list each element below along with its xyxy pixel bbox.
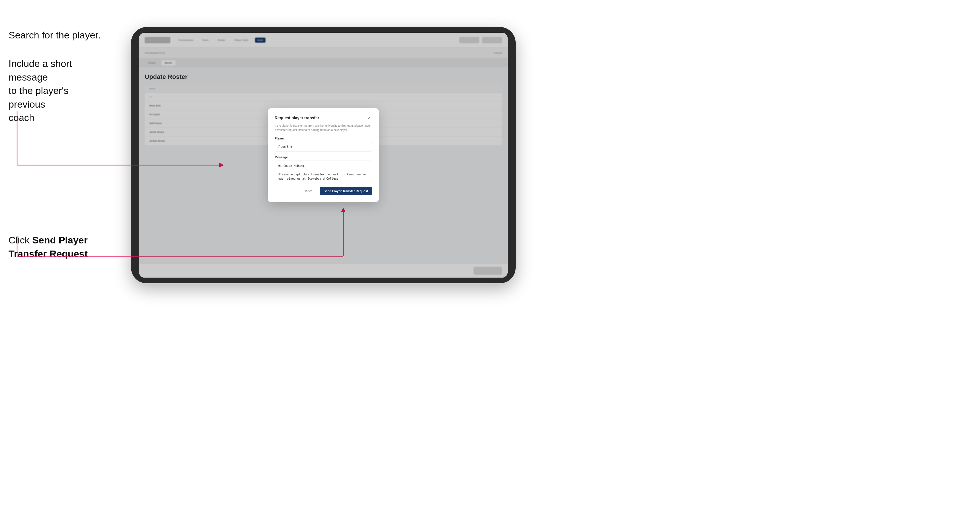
- tablet-screen: Tournaments Team Roster Player Stats Mor…: [139, 33, 508, 278]
- send-transfer-button[interactable]: Send Player Transfer Request: [320, 187, 372, 195]
- cancel-button[interactable]: Cancel: [300, 187, 317, 195]
- annotation-search: Search for the player.: [8, 29, 100, 42]
- player-label: Player: [275, 137, 372, 140]
- player-input[interactable]: [275, 142, 372, 151]
- annotation-message: Include a short messageto the player's p…: [8, 57, 105, 125]
- annotation-click: Click Send PlayerTransfer Request: [8, 233, 100, 260]
- tablet-device: Tournaments Team Roster Player Stats Mor…: [131, 27, 515, 283]
- modal-dialog: Request player transfer × If the player …: [268, 108, 379, 202]
- modal-description: If the player is transferring from anoth…: [275, 124, 372, 132]
- message-textarea[interactable]: Hi Coach McHarg, Please accept this tran…: [275, 160, 372, 181]
- modal-header: Request player transfer ×: [275, 115, 372, 121]
- modal-overlay: Request player transfer × If the player …: [139, 33, 508, 278]
- message-label: Message: [275, 156, 372, 159]
- close-icon[interactable]: ×: [366, 115, 372, 121]
- modal-title: Request player transfer: [275, 116, 319, 120]
- annotation-click-bold: Send PlayerTransfer Request: [8, 235, 88, 259]
- modal-footer: Cancel Send Player Transfer Request: [275, 187, 372, 195]
